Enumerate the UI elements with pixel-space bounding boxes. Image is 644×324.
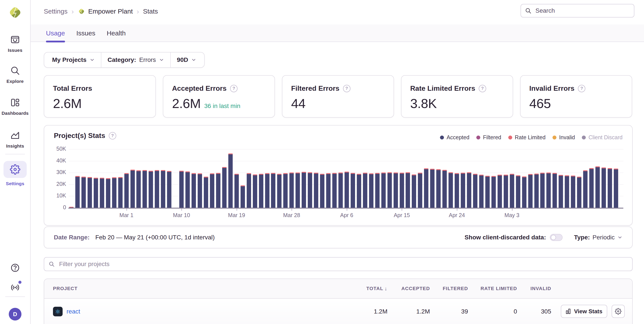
chart-bar-accepted[interactable] — [332, 174, 337, 208]
sidebar-item-dashboards[interactable]: Dashboards — [0, 98, 30, 116]
chart-bar-accepted[interactable] — [357, 175, 361, 208]
column-header-invalid[interactable]: INVALID — [520, 279, 551, 298]
chart-bar-accepted[interactable] — [571, 176, 575, 208]
chart-bar-accepted[interactable] — [406, 173, 410, 208]
chart-bar-accepted[interactable] — [192, 174, 196, 208]
chart-bar-accepted[interactable] — [546, 173, 551, 208]
chart-bar-accepted[interactable] — [492, 177, 496, 208]
category-filter-dropdown[interactable]: Category: Errors — [101, 52, 170, 67]
chart-bar-accepted[interactable] — [167, 172, 172, 208]
chart-bar-accepted[interactable] — [228, 154, 233, 208]
chart-bar-accepted[interactable] — [522, 177, 526, 208]
chart-bar-accepted[interactable] — [473, 175, 478, 208]
search-input[interactable] — [534, 7, 630, 15]
chart-bar-accepted[interactable] — [596, 167, 600, 208]
chart-bar-accepted[interactable] — [448, 173, 453, 208]
chart-bar-accepted[interactable] — [82, 177, 86, 208]
sidebar-item-settings[interactable]: Settings — [0, 161, 30, 186]
sidebar-item-issues[interactable]: Issues — [0, 34, 30, 53]
chart-bar-accepted[interactable] — [516, 176, 520, 208]
chart-bar-accepted[interactable] — [552, 174, 557, 208]
chart-bar-accepted[interactable] — [308, 173, 312, 208]
column-header-accepted[interactable]: ACCEPTED — [395, 279, 430, 298]
chart-bar-accepted[interactable] — [614, 169, 618, 208]
chart-bar-accepted[interactable] — [198, 174, 202, 208]
chart-bar-accepted[interactable] — [69, 207, 74, 208]
chart-bar-accepted[interactable] — [565, 176, 569, 208]
chart-bar-accepted[interactable] — [186, 172, 190, 208]
chart-bar-accepted[interactable] — [222, 168, 226, 208]
chart-bar-accepted[interactable] — [247, 174, 251, 208]
chart-bar-accepted[interactable] — [290, 173, 294, 208]
chart-bar-accepted[interactable] — [528, 175, 532, 208]
chart-bar-accepted[interactable] — [540, 173, 544, 208]
chart-bar-accepted[interactable] — [583, 171, 588, 208]
chart-bar-accepted[interactable] — [106, 179, 110, 208]
column-header-total[interactable]: TOTAL↓ — [348, 279, 388, 298]
chart-bar-accepted[interactable] — [467, 173, 471, 208]
chart-bar-accepted[interactable] — [363, 173, 367, 208]
chart-bar-accepted[interactable] — [504, 175, 508, 208]
user-avatar[interactable]: D — [9, 308, 22, 321]
chart-bar-accepted[interactable] — [424, 169, 428, 208]
chart-bar-accepted[interactable] — [442, 171, 447, 208]
chart-bar-accepted[interactable] — [608, 169, 612, 208]
chart-bar-accepted[interactable] — [338, 173, 343, 208]
chart-bar-accepted[interactable] — [485, 177, 490, 208]
chart-bar-accepted[interactable] — [277, 175, 282, 208]
project-filter-input[interactable] — [58, 260, 628, 268]
chart-bar-accepted[interactable] — [265, 174, 270, 208]
chart-bar-accepted[interactable] — [234, 175, 239, 208]
breadcrumb-settings[interactable]: Settings — [44, 8, 68, 15]
chart-bar-accepted[interactable] — [161, 171, 165, 208]
chart-bar-accepted[interactable] — [510, 175, 514, 208]
chart-bar-accepted[interactable] — [455, 174, 459, 208]
chart-bar-accepted[interactable] — [204, 177, 208, 208]
chart-bar-accepted[interactable] — [369, 174, 374, 208]
chart-bar-accepted[interactable] — [210, 174, 214, 208]
chart-bar-accepted[interactable] — [534, 174, 539, 208]
help-circle-icon[interactable]: ? — [578, 85, 585, 92]
chart-bar-accepted[interactable] — [326, 174, 330, 208]
chart-bar-accepted[interactable] — [351, 174, 355, 208]
period-filter-dropdown[interactable]: 90D — [171, 52, 202, 67]
chart-bar-accepted[interactable] — [259, 175, 263, 208]
broadcast-icon[interactable] — [10, 283, 20, 293]
chart-bar-accepted[interactable] — [155, 171, 159, 208]
chart-bar-accepted[interactable] — [559, 176, 563, 208]
chart-bar-accepted[interactable] — [479, 175, 484, 208]
chart-bar-accepted[interactable] — [589, 169, 594, 208]
projects-filter-dropdown[interactable]: My Projects — [46, 52, 101, 67]
chart-bar-accepted[interactable] — [436, 170, 441, 208]
help-icon[interactable] — [10, 263, 20, 273]
tab-health[interactable]: Health — [106, 24, 126, 42]
org-logo[interactable] — [8, 5, 23, 20]
chart-bar-accepted[interactable] — [498, 175, 502, 208]
chart-bar-accepted[interactable] — [124, 174, 129, 208]
chart-bar-accepted[interactable] — [296, 173, 300, 208]
chart-bar-accepted[interactable] — [100, 179, 104, 208]
chart-bar-accepted[interactable] — [142, 171, 147, 208]
tab-issues[interactable]: Issues — [76, 24, 96, 42]
chart-bar-accepted[interactable] — [253, 175, 257, 208]
column-header-rate-limited[interactable]: RATE LIMITED — [476, 279, 517, 298]
project-link[interactable]: react — [66, 308, 80, 315]
chart-bar-accepted[interactable] — [302, 173, 306, 208]
tab-usage[interactable]: Usage — [46, 24, 65, 42]
chart-bar-accepted[interactable] — [375, 174, 380, 208]
chart-bar-accepted[interactable] — [271, 174, 275, 208]
sidebar-item-insights[interactable]: Insights — [0, 130, 30, 149]
type-dropdown[interactable]: Type: Periodic — [574, 234, 622, 241]
project-settings-button[interactable] — [612, 305, 625, 318]
view-stats-button[interactable]: View Stats — [561, 305, 607, 318]
chart-bar-accepted[interactable] — [412, 175, 416, 208]
help-circle-icon[interactable]: ? — [479, 85, 486, 92]
chart-bar-accepted[interactable] — [216, 174, 220, 208]
chart-bar-accepted[interactable] — [118, 178, 122, 208]
chart-bar-accepted[interactable] — [320, 175, 324, 208]
sidebar-item-explore[interactable]: Explore — [0, 66, 30, 84]
global-search[interactable] — [520, 4, 634, 17]
chart-bar-accepted[interactable] — [240, 186, 245, 208]
chart-bar-accepted[interactable] — [88, 178, 92, 208]
client-discard-toggle[interactable] — [550, 234, 562, 241]
